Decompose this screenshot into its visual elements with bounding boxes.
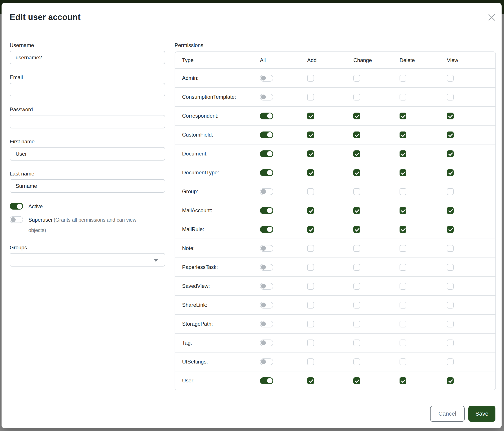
add-checkbox[interactable]	[307, 169, 314, 176]
view-checkbox[interactable]	[447, 113, 454, 119]
view-checkbox[interactable]	[447, 245, 454, 252]
all-toggle[interactable]	[260, 302, 273, 308]
view-checkbox[interactable]	[447, 302, 454, 308]
delete-checkbox[interactable]	[400, 245, 406, 252]
all-toggle[interactable]	[260, 207, 273, 214]
toggle-knob	[267, 208, 272, 213]
add-checkbox[interactable]	[307, 150, 314, 157]
all-toggle[interactable]	[260, 113, 273, 119]
change-checkbox[interactable]	[353, 226, 360, 233]
delete-checkbox[interactable]	[400, 75, 406, 81]
change-checkbox[interactable]	[353, 169, 360, 176]
view-checkbox[interactable]	[447, 283, 454, 290]
delete-checkbox[interactable]	[400, 207, 406, 214]
all-toggle[interactable]	[260, 245, 273, 252]
all-toggle[interactable]	[260, 340, 273, 346]
view-checkbox[interactable]	[447, 264, 454, 271]
change-checkbox[interactable]	[353, 302, 360, 308]
delete-checkbox[interactable]	[400, 188, 406, 195]
change-checkbox[interactable]	[353, 245, 360, 252]
all-toggle[interactable]	[260, 150, 273, 157]
toggle-knob	[261, 359, 266, 364]
view-checkbox[interactable]	[447, 340, 454, 346]
view-checkbox[interactable]	[447, 359, 454, 365]
all-toggle[interactable]	[260, 377, 273, 384]
delete-checkbox[interactable]	[400, 302, 406, 308]
add-checkbox[interactable]	[307, 359, 314, 365]
view-checkbox[interactable]	[447, 132, 454, 138]
add-checkbox[interactable]	[307, 245, 314, 252]
all-toggle[interactable]	[260, 132, 273, 138]
delete-checkbox[interactable]	[400, 340, 406, 346]
all-toggle[interactable]	[260, 264, 273, 271]
delete-checkbox[interactable]	[400, 377, 406, 384]
add-checkbox[interactable]	[307, 113, 314, 119]
change-checkbox[interactable]	[353, 340, 360, 346]
all-toggle[interactable]	[260, 188, 273, 195]
save-button[interactable]: Save	[468, 406, 495, 422]
password-field[interactable]	[10, 115, 165, 128]
add-checkbox[interactable]	[307, 283, 314, 290]
change-checkbox[interactable]	[353, 283, 360, 290]
delete-checkbox[interactable]	[400, 264, 406, 271]
view-checkbox[interactable]	[447, 207, 454, 214]
all-toggle[interactable]	[260, 359, 273, 365]
all-toggle[interactable]	[260, 321, 273, 327]
first-name-field[interactable]	[10, 147, 165, 161]
cancel-button[interactable]: Cancel	[430, 406, 465, 422]
add-checkbox[interactable]	[307, 321, 314, 327]
all-toggle[interactable]	[260, 226, 273, 233]
groups-select[interactable]	[10, 253, 165, 267]
change-checkbox[interactable]	[353, 188, 360, 195]
change-checkbox[interactable]	[353, 113, 360, 119]
add-checkbox[interactable]	[307, 377, 314, 384]
change-checkbox[interactable]	[353, 94, 360, 100]
change-checkbox[interactable]	[353, 359, 360, 365]
add-checkbox[interactable]	[307, 132, 314, 138]
change-checkbox[interactable]	[353, 75, 360, 81]
view-checkbox[interactable]	[447, 377, 454, 384]
add-checkbox[interactable]	[307, 302, 314, 308]
view-checkbox[interactable]	[447, 188, 454, 195]
view-checkbox[interactable]	[447, 321, 454, 327]
active-toggle[interactable]	[10, 203, 23, 210]
delete-checkbox[interactable]	[400, 283, 406, 290]
add-checkbox[interactable]	[307, 207, 314, 214]
close-icon[interactable]	[488, 14, 495, 21]
view-checkbox[interactable]	[447, 75, 454, 81]
add-checkbox[interactable]	[307, 340, 314, 346]
view-checkbox[interactable]	[447, 226, 454, 233]
add-checkbox[interactable]	[307, 94, 314, 100]
permission-row: PaperlessTask:	[175, 258, 495, 276]
delete-checkbox[interactable]	[400, 359, 406, 365]
delete-checkbox[interactable]	[400, 169, 406, 176]
change-checkbox[interactable]	[353, 132, 360, 138]
change-checkbox[interactable]	[353, 207, 360, 214]
all-toggle[interactable]	[260, 75, 273, 81]
delete-checkbox[interactable]	[400, 226, 406, 233]
add-checkbox[interactable]	[307, 75, 314, 81]
change-checkbox[interactable]	[353, 264, 360, 271]
add-checkbox[interactable]	[307, 188, 314, 195]
change-checkbox[interactable]	[353, 321, 360, 327]
email-field[interactable]	[10, 83, 165, 96]
delete-checkbox[interactable]	[400, 150, 406, 157]
superuser-toggle[interactable]	[10, 216, 23, 223]
delete-checkbox[interactable]	[400, 113, 406, 119]
delete-checkbox[interactable]	[400, 321, 406, 327]
change-checkbox[interactable]	[353, 377, 360, 384]
all-toggle[interactable]	[260, 169, 273, 176]
permission-type-label: MailAccount:	[182, 207, 260, 214]
username-input[interactable]	[10, 51, 165, 64]
view-checkbox[interactable]	[447, 169, 454, 176]
all-toggle[interactable]	[260, 283, 273, 290]
add-checkbox[interactable]	[307, 264, 314, 271]
view-checkbox[interactable]	[447, 94, 454, 100]
delete-checkbox[interactable]	[400, 94, 406, 100]
all-toggle[interactable]	[260, 94, 273, 100]
last-name-field[interactable]	[10, 179, 165, 193]
change-checkbox[interactable]	[353, 150, 360, 157]
delete-checkbox[interactable]	[400, 132, 406, 138]
add-checkbox[interactable]	[307, 226, 314, 233]
view-checkbox[interactable]	[447, 150, 454, 157]
